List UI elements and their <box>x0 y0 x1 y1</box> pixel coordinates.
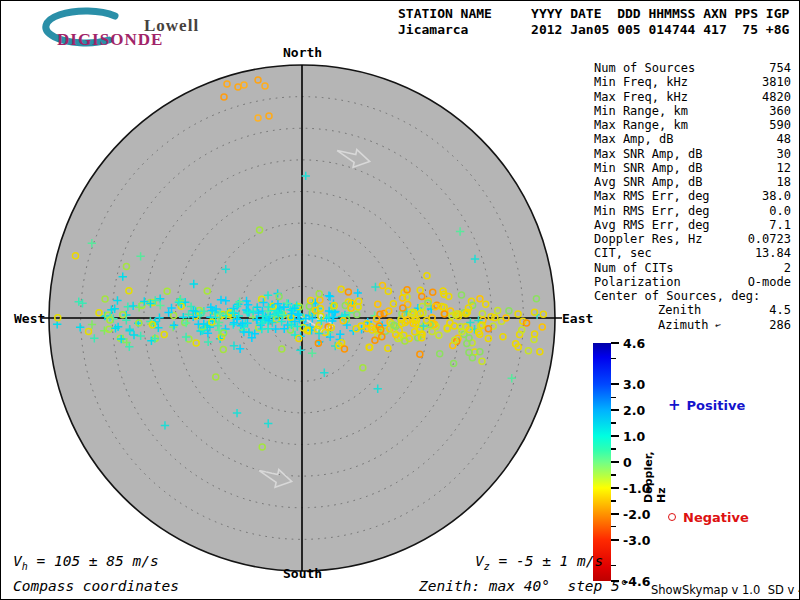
colorbar-minor-tick <box>611 500 616 502</box>
stat-value: 13.84 <box>755 246 791 260</box>
stats-panel: Num of Sources754Min Freq, kHz3810Max Fr… <box>594 61 791 332</box>
stat-value: 18 <box>777 175 791 189</box>
stat-row: Zenith4.5 <box>594 303 791 317</box>
colorbar-tick-label: -3.0 <box>623 532 650 547</box>
stat-label: Max Freq, kHz <box>594 90 688 104</box>
stat-value: 12 <box>777 161 791 175</box>
stat-row: Avg RMS Err, deg7.1 <box>594 218 791 232</box>
stat-label: Avg SNR Amp, dB <box>594 175 702 189</box>
stat-value: 754 <box>769 61 791 75</box>
stat-row: Max RMS Err, deg38.0 <box>594 189 791 203</box>
colorbar-minor-tick <box>611 474 616 476</box>
stat-value: O-mode <box>748 275 791 289</box>
stat-row: Min SNR Amp, dB12 <box>594 161 791 175</box>
colorbar-tick <box>611 383 619 385</box>
stat-value: 2 <box>784 261 791 275</box>
compass-label-south: South <box>283 566 322 581</box>
compass-label-west: West <box>14 311 45 326</box>
stat-value: 0.0 <box>769 204 791 218</box>
stat-row: Min RMS Err, deg0.0 <box>594 204 791 218</box>
coordinate-system-note: Compass coordinates <box>13 578 179 594</box>
vertical-velocity-readout: Vz = -5 ± 1 m/s <box>475 553 603 572</box>
colorbar-tick-label: -2.0 <box>623 506 650 521</box>
colorbar-tick-label: 0 <box>623 455 632 470</box>
compass-label-east: East <box>562 311 593 326</box>
colorbar-tick <box>611 409 619 411</box>
stat-row: PolarizationO-mode <box>594 275 791 289</box>
legend-negative-label: Negative <box>683 510 749 525</box>
stat-value: 3810 <box>762 75 791 89</box>
colorbar-title: Doppler, Hz <box>642 433 668 503</box>
showskymap-window: Lowell DIGISONDE STATION NAME YYYY DATE … <box>0 0 800 600</box>
colorbar-tick-label: 3.0 <box>623 377 645 392</box>
stat-row: Max SNR Amp, dB30 <box>594 147 791 161</box>
stat-value: 4820 <box>762 90 791 104</box>
stat-label: Min Range, km <box>594 104 688 118</box>
colorbar-tick-label: 2.0 <box>623 403 645 418</box>
stat-label: Doppler Res, Hz <box>594 232 702 246</box>
colorbar-tick <box>611 513 619 515</box>
colorbar-tick <box>611 435 619 437</box>
stat-row: Max Amp, dB48 <box>594 132 791 146</box>
stat-value: 4.5 <box>769 303 791 317</box>
colorbar-minor-tick <box>611 397 616 399</box>
colorbar-tick <box>611 342 619 344</box>
stat-label: Polarization <box>594 275 681 289</box>
stat-row: Min Freq, kHz3810 <box>594 75 791 89</box>
legend-positive: +Positive <box>668 396 745 414</box>
stat-row: Azimuth←286 <box>594 318 791 332</box>
stat-value: 360 <box>769 104 791 118</box>
vz-symbol: V <box>475 553 484 569</box>
plus-marker-icon: + <box>668 396 681 414</box>
stat-row: Avg SNR Amp, dB18 <box>594 175 791 189</box>
stat-row: Max Freq, kHz4820 <box>594 90 791 104</box>
stat-value: 38.0 <box>762 189 791 203</box>
colorbar-minor-tick <box>611 565 616 567</box>
stat-value: 590 <box>769 118 791 132</box>
stat-label: CIT, sec <box>594 246 652 260</box>
vh-symbol: V <box>13 553 22 569</box>
stat-label: Max SNR Amp, dB <box>594 147 702 161</box>
stat-row: CIT, sec13.84 <box>594 246 791 260</box>
stat-label: Min RMS Err, deg <box>594 204 710 218</box>
azimuth-direction-icon: ← <box>713 317 722 332</box>
stat-value: 48 <box>777 132 791 146</box>
stat-row: Min Range, km360 <box>594 104 791 118</box>
stat-row: Num of CITs2 <box>594 261 791 275</box>
stat-label: Num of Sources <box>594 61 695 75</box>
software-version: ShowSkymap v 1.0 SD v 4.2 <box>651 583 800 597</box>
stat-row: Max Range, km590 <box>594 118 791 132</box>
stat-value: 30 <box>777 147 791 161</box>
stat-row: Doppler Res, Hz0.0723 <box>594 232 791 246</box>
stat-label: Center of Sources, deg: <box>594 289 760 303</box>
circle-marker-icon <box>668 513 676 521</box>
stat-label: Min Freq, kHz <box>594 75 688 89</box>
compass-label-north: North <box>283 45 322 60</box>
stat-label: Avg RMS Err, deg <box>594 218 710 232</box>
colorbar-gradient <box>593 343 611 581</box>
colorbar-tick <box>611 461 619 463</box>
legend-positive-label: Positive <box>687 398 746 413</box>
colorbar-minor-tick <box>611 422 616 424</box>
zenith-scale-note: Zenith: max 40° step 5° <box>419 578 629 594</box>
colorbar-tick <box>611 487 619 489</box>
colorbar-minor-tick <box>611 358 616 360</box>
colorbar-minor-tick <box>611 526 616 528</box>
stat-label: Max RMS Err, deg <box>594 189 710 203</box>
colorbar-minor-tick <box>611 448 616 450</box>
stat-label: Max Amp, dB <box>594 132 673 146</box>
colorbar-tick-label: 4.6 <box>623 336 645 351</box>
stat-row: Center of Sources, deg: <box>594 289 791 303</box>
colorbar-tick <box>611 539 619 541</box>
horizontal-velocity-readout: Vh = 105 ± 85 m/s <box>13 553 159 572</box>
legend-negative: Negative <box>668 510 749 525</box>
stat-label: Zenith <box>658 303 701 317</box>
stat-label: Azimuth <box>658 318 709 332</box>
stat-label: Min SNR Amp, dB <box>594 161 702 175</box>
stat-label: Max Range, km <box>594 118 688 132</box>
stat-value: 0.0723 <box>748 232 791 246</box>
stat-value: 286 <box>769 318 791 332</box>
stat-value: 7.1 <box>769 218 791 232</box>
stat-label: Num of CITs <box>594 261 673 275</box>
stat-row: Num of Sources754 <box>594 61 791 75</box>
